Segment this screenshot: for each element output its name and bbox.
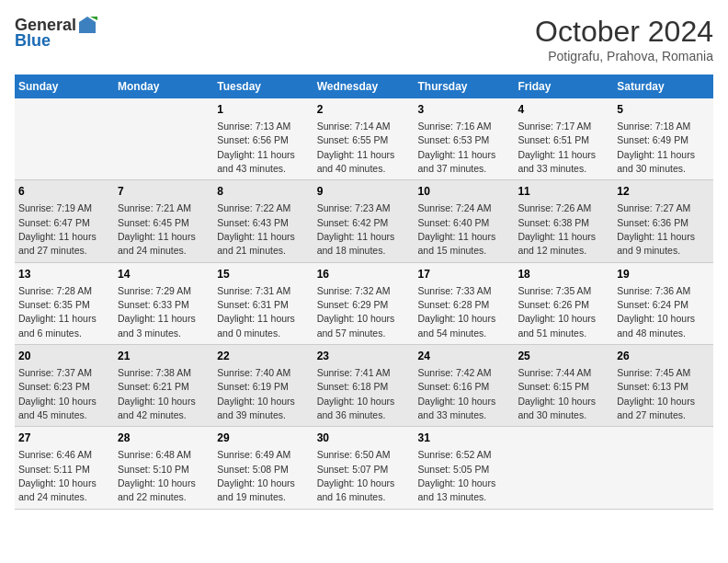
page-header: General Blue October 2024 Potigrafu, Pra… [15,15,713,63]
day-number: 11 [518,184,609,200]
day-info: Sunrise: 6:48 AM Sunset: 5:10 PM Dayligh… [118,449,196,502]
calendar-cell [114,98,213,180]
day-info: Sunrise: 7:32 AM Sunset: 6:29 PM Dayligh… [317,285,395,339]
calendar-cell: 8Sunrise: 7:22 AM Sunset: 6:43 PM Daylig… [213,180,313,262]
weekday-header: Thursday [415,75,515,98]
calendar-cell: 30Sunrise: 6:50 AM Sunset: 5:07 PM Dayli… [313,427,415,509]
day-info: Sunrise: 6:49 AM Sunset: 5:08 PM Dayligh… [217,449,295,502]
day-number: 21 [118,349,210,364]
day-info: Sunrise: 7:16 AM Sunset: 6:53 PM Dayligh… [418,121,496,174]
calendar-cell: 28Sunrise: 6:48 AM Sunset: 5:10 PM Dayli… [114,427,213,509]
day-info: Sunrise: 7:37 AM Sunset: 6:23 PM Dayligh… [18,367,97,420]
calendar-cell: 21Sunrise: 7:38 AM Sunset: 6:21 PM Dayli… [114,345,213,427]
day-number: 4 [518,102,609,118]
day-info: Sunrise: 7:41 AM Sunset: 6:18 PM Dayligh… [317,367,395,420]
calendar-cell [15,98,114,180]
calendar-cell: 16Sunrise: 7:32 AM Sunset: 6:29 PM Dayli… [313,262,415,344]
day-info: Sunrise: 7:45 AM Sunset: 6:13 PM Dayligh… [617,367,695,420]
day-number: 23 [317,349,411,364]
day-number: 24 [418,349,511,364]
calendar-table: SundayMondayTuesdayWednesdayThursdayFrid… [15,75,713,510]
weekday-header: Sunday [15,75,114,98]
calendar-body: 1Sunrise: 7:13 AM Sunset: 6:56 PM Daylig… [15,98,713,509]
calendar-cell [613,427,713,509]
calendar-header: SundayMondayTuesdayWednesdayThursdayFrid… [15,75,713,98]
day-info: Sunrise: 7:31 AM Sunset: 6:31 PM Dayligh… [217,285,295,339]
day-info: Sunrise: 7:26 AM Sunset: 6:38 PM Dayligh… [518,202,596,256]
calendar-cell: 15Sunrise: 7:31 AM Sunset: 6:31 PM Dayli… [213,262,313,344]
day-info: Sunrise: 7:36 AM Sunset: 6:24 PM Dayligh… [617,285,695,339]
day-info: Sunrise: 7:21 AM Sunset: 6:45 PM Dayligh… [118,202,196,256]
day-info: Sunrise: 7:24 AM Sunset: 6:40 PM Dayligh… [418,202,496,256]
day-info: Sunrise: 7:23 AM Sunset: 6:42 PM Dayligh… [317,202,395,256]
calendar-week-row: 27Sunrise: 6:46 AM Sunset: 5:11 PM Dayli… [15,427,713,509]
day-number: 30 [317,431,411,446]
calendar-cell: 27Sunrise: 6:46 AM Sunset: 5:11 PM Dayli… [15,427,114,509]
calendar-week-row: 6Sunrise: 7:19 AM Sunset: 6:47 PM Daylig… [15,180,713,262]
calendar-cell: 6Sunrise: 7:19 AM Sunset: 6:47 PM Daylig… [15,180,114,262]
day-info: Sunrise: 7:40 AM Sunset: 6:19 PM Dayligh… [217,367,295,420]
day-number: 25 [518,349,609,364]
day-number: 13 [18,267,110,282]
calendar-cell: 25Sunrise: 7:44 AM Sunset: 6:15 PM Dayli… [514,345,613,427]
weekday-header: Saturday [613,75,713,98]
logo-icon [77,15,97,35]
logo-blue-text: Blue [15,31,51,51]
day-info: Sunrise: 6:46 AM Sunset: 5:11 PM Dayligh… [18,449,97,502]
calendar-cell: 31Sunrise: 6:52 AM Sunset: 5:05 PM Dayli… [415,427,515,509]
day-info: Sunrise: 7:28 AM Sunset: 6:35 PM Dayligh… [18,285,97,339]
day-number: 1 [217,102,309,118]
day-info: Sunrise: 7:19 AM Sunset: 6:47 PM Dayligh… [18,202,97,256]
calendar-cell: 5Sunrise: 7:18 AM Sunset: 6:49 PM Daylig… [613,98,713,180]
header-row: SundayMondayTuesdayWednesdayThursdayFrid… [15,75,713,98]
day-info: Sunrise: 7:27 AM Sunset: 6:36 PM Dayligh… [617,202,695,256]
day-number: 27 [18,431,110,446]
day-number: 7 [118,184,210,200]
calendar-cell: 1Sunrise: 7:13 AM Sunset: 6:56 PM Daylig… [213,98,313,180]
day-number: 14 [118,267,210,282]
calendar-week-row: 20Sunrise: 7:37 AM Sunset: 6:23 PM Dayli… [15,345,713,427]
day-number: 12 [617,184,710,200]
day-number: 19 [617,267,710,282]
calendar-cell: 9Sunrise: 7:23 AM Sunset: 6:42 PM Daylig… [313,180,415,262]
day-number: 26 [617,349,710,364]
calendar-cell: 13Sunrise: 7:28 AM Sunset: 6:35 PM Dayli… [15,262,114,344]
calendar-cell: 22Sunrise: 7:40 AM Sunset: 6:19 PM Dayli… [213,345,313,427]
day-number: 20 [18,349,110,364]
calendar-cell: 3Sunrise: 7:16 AM Sunset: 6:53 PM Daylig… [415,98,515,180]
day-number: 16 [317,267,411,282]
day-number: 2 [317,102,411,118]
day-number: 15 [217,267,309,282]
day-number: 8 [217,184,309,200]
day-info: Sunrise: 7:42 AM Sunset: 6:16 PM Dayligh… [418,367,496,420]
calendar-cell: 2Sunrise: 7:14 AM Sunset: 6:55 PM Daylig… [313,98,415,180]
calendar-cell: 4Sunrise: 7:17 AM Sunset: 6:51 PM Daylig… [514,98,613,180]
calendar-cell [514,427,613,509]
calendar-cell: 18Sunrise: 7:35 AM Sunset: 6:26 PM Dayli… [514,262,613,344]
calendar-cell: 29Sunrise: 6:49 AM Sunset: 5:08 PM Dayli… [213,427,313,509]
day-number: 9 [317,184,411,200]
day-number: 3 [418,102,511,118]
title-block: October 2024 Potigrafu, Prahova, Romania [535,15,713,63]
day-info: Sunrise: 7:14 AM Sunset: 6:55 PM Dayligh… [317,121,395,174]
day-number: 18 [518,267,609,282]
calendar-cell: 23Sunrise: 7:41 AM Sunset: 6:18 PM Dayli… [313,345,415,427]
day-info: Sunrise: 6:52 AM Sunset: 5:05 PM Dayligh… [418,449,496,502]
weekday-header: Tuesday [213,75,313,98]
day-info: Sunrise: 7:17 AM Sunset: 6:51 PM Dayligh… [518,121,596,174]
weekday-header: Friday [514,75,613,98]
day-info: Sunrise: 6:50 AM Sunset: 5:07 PM Dayligh… [317,449,395,502]
calendar-cell: 10Sunrise: 7:24 AM Sunset: 6:40 PM Dayli… [415,180,515,262]
day-info: Sunrise: 7:29 AM Sunset: 6:33 PM Dayligh… [118,285,196,339]
calendar-cell: 19Sunrise: 7:36 AM Sunset: 6:24 PM Dayli… [613,262,713,344]
calendar-cell: 17Sunrise: 7:33 AM Sunset: 6:28 PM Dayli… [415,262,515,344]
day-info: Sunrise: 7:44 AM Sunset: 6:15 PM Dayligh… [518,367,596,420]
weekday-header: Monday [114,75,213,98]
weekday-header: Wednesday [313,75,415,98]
location-subtitle: Potigrafu, Prahova, Romania [535,49,713,63]
day-number: 28 [118,431,210,446]
calendar-cell: 11Sunrise: 7:26 AM Sunset: 6:38 PM Dayli… [514,180,613,262]
day-number: 5 [617,102,710,118]
day-number: 22 [217,349,309,364]
day-info: Sunrise: 7:35 AM Sunset: 6:26 PM Dayligh… [518,285,596,339]
